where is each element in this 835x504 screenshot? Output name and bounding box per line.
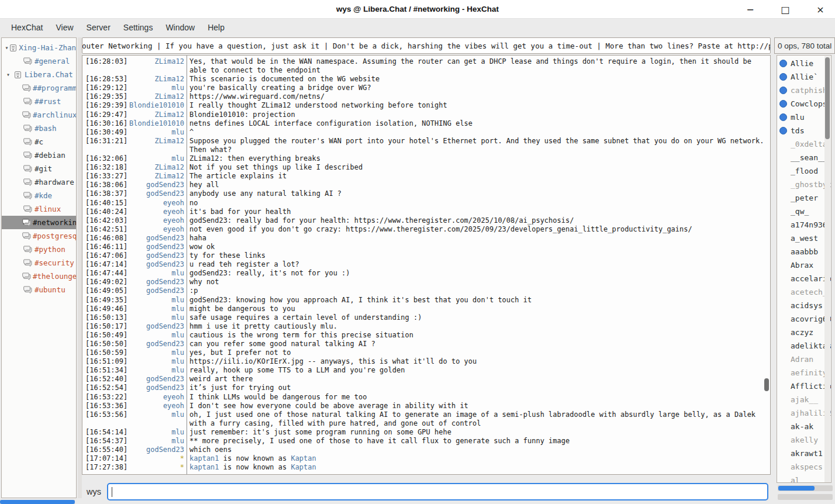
voice-dot-icon bbox=[779, 60, 787, 67]
channel-bubble-icon bbox=[22, 192, 33, 199]
tree-hscroll-thumb[interactable] bbox=[0, 500, 75, 504]
userlist-horizontal-scrollbar[interactable] bbox=[778, 485, 833, 491]
tree-channel-thelounge[interactable]: #thelounge bbox=[2, 270, 76, 283]
nick: ZLima12 bbox=[129, 172, 184, 181]
user-row[interactable]: ajhalili2 bbox=[777, 406, 831, 420]
userlist-scrollbar-thumb[interactable] bbox=[825, 57, 830, 139]
tree-channel-programmi[interactable]: ##programmi bbox=[2, 81, 76, 95]
tree-horizontal-scrollbar[interactable] bbox=[0, 500, 75, 504]
user-name: acetech_ bbox=[791, 288, 827, 296]
user-row[interactable]: Abrax bbox=[777, 258, 831, 272]
timestamp: [16:33:27] bbox=[82, 172, 129, 181]
menu-window[interactable]: Window bbox=[160, 20, 200, 34]
tree-channel-ubuntu[interactable]: #ubuntu bbox=[2, 283, 76, 296]
user-list[interactable]: AllieAllie`catphishCowclops`mlutds_0xdel… bbox=[777, 55, 831, 483]
tree-channel-general[interactable]: #general bbox=[2, 54, 76, 68]
tree-network-row[interactable]: ▾Xing-Hai-Zhan bbox=[2, 41, 76, 54]
expander-chevron-icon[interactable]: ▾ bbox=[4, 44, 9, 51]
tree-channel-hardware[interactable]: #hardware bbox=[2, 175, 76, 189]
timestamp: [16:29:35] bbox=[82, 92, 129, 101]
user-row[interactable]: ak-ak bbox=[777, 420, 831, 433]
user-row[interactable]: aefinity bbox=[777, 366, 831, 379]
tree-channel-networking[interactable]: #networking bbox=[2, 216, 76, 229]
message-text: hmm i use it pretty cautiously mlu. bbox=[186, 322, 770, 331]
user-row[interactable]: tds bbox=[777, 124, 831, 137]
timestamp: [16:40:15] bbox=[82, 199, 129, 208]
userlist-hscroll-thumb[interactable] bbox=[778, 486, 815, 491]
menu-view[interactable]: View bbox=[50, 20, 78, 34]
secondary-horizontal-scrollbar[interactable] bbox=[778, 494, 833, 500]
channel-name: #general bbox=[34, 57, 70, 65]
chat-scrollbar-thumb[interactable] bbox=[764, 378, 769, 391]
minimize-button[interactable]: − bbox=[741, 1, 759, 18]
user-row[interactable]: ajak__ bbox=[777, 393, 831, 406]
user-row[interactable]: a174n936 bbox=[777, 218, 831, 232]
user-row[interactable]: Cowclops` bbox=[777, 97, 831, 111]
maximize-button[interactable]: □ bbox=[777, 1, 794, 18]
user-row[interactable]: akrawt1 bbox=[777, 447, 831, 460]
channel-bubble-icon bbox=[22, 84, 31, 92]
user-row[interactable]: adeliktas bbox=[777, 339, 831, 353]
tree-channel-kde[interactable]: #kde bbox=[2, 189, 76, 202]
user-row[interactable]: Afflictio bbox=[777, 379, 831, 393]
nick: godSend23 bbox=[129, 340, 184, 348]
tree-channel-c[interactable]: #c bbox=[2, 135, 76, 149]
menu-settings[interactable]: Settings bbox=[118, 20, 158, 34]
expander-chevron-icon[interactable]: ▾ bbox=[4, 71, 12, 78]
chat-message-row: [16:50:59]mluyes, but I prefer not to bbox=[82, 348, 770, 357]
user-row[interactable]: Allie` bbox=[777, 70, 831, 84]
nick: godSend23 bbox=[129, 446, 184, 454]
user-row[interactable]: _qw_ bbox=[777, 205, 831, 218]
menu-server[interactable]: Server bbox=[81, 20, 116, 34]
user-row[interactable]: Allie bbox=[777, 57, 831, 70]
tree-network-row[interactable]: ▾Libera.Chat bbox=[2, 68, 76, 81]
message-text: anybody use any natural talking AI ? bbox=[186, 189, 770, 198]
menu-hexchat[interactable]: HexChat bbox=[6, 20, 48, 34]
tree-channel-python[interactable]: #python bbox=[2, 243, 76, 256]
user-row[interactable]: __sean__ bbox=[777, 151, 831, 164]
menu-help[interactable]: Help bbox=[202, 20, 230, 34]
user-row[interactable]: aczyz bbox=[777, 326, 831, 339]
user-row[interactable]: Adran bbox=[777, 353, 831, 366]
chat-area[interactable]: [16:28:03]ZLima12Yes, that would be in t… bbox=[82, 55, 771, 475]
user-row[interactable]: aaabbb bbox=[777, 245, 831, 258]
server-tree[interactable]: ▾Xing-Hai-Zhan#general▾Libera.Chat##prog… bbox=[1, 37, 77, 498]
user-row[interactable]: mlu bbox=[777, 111, 831, 124]
user-row[interactable]: _0xdelta bbox=[777, 137, 831, 151]
message-text: godSend23: knowing how you approach AI, … bbox=[186, 296, 770, 305]
user-row[interactable]: al bbox=[777, 474, 831, 483]
tree-channel-bash[interactable]: #bash bbox=[2, 122, 76, 135]
user-row[interactable]: _peter bbox=[777, 191, 831, 205]
user-name: Adran bbox=[791, 355, 813, 364]
tree-channel-linux[interactable]: #linux bbox=[2, 202, 76, 216]
tree-channel-debian[interactable]: #debian bbox=[2, 149, 76, 162]
user-row[interactable]: akelly bbox=[777, 433, 831, 447]
user-row[interactable]: akspecs bbox=[777, 460, 831, 474]
nick: eyeoh bbox=[129, 199, 184, 208]
tree-scrollbar-track[interactable] bbox=[78, 37, 82, 498]
chat-message-row: [16:50:17]godSend23hmm i use it pretty c… bbox=[82, 322, 770, 331]
chat-message-row: [16:38:37]godSend23anybody use any natur… bbox=[82, 189, 770, 198]
message-text: This scenario is documented on the WG we… bbox=[186, 75, 770, 84]
own-nick-label[interactable]: wys bbox=[82, 487, 107, 496]
close-button[interactable]: × bbox=[812, 1, 829, 18]
user-row[interactable]: acovrig60 bbox=[777, 312, 831, 326]
message-input[interactable] bbox=[107, 483, 768, 500]
tree-channel-archlinux[interactable]: #archlinux bbox=[2, 108, 76, 122]
user-row[interactable]: acidsys bbox=[777, 299, 831, 312]
user-row[interactable]: _ghostbyt bbox=[777, 178, 831, 191]
tree-channel-security[interactable]: #security bbox=[2, 256, 76, 270]
tree-channel-postgresql[interactable]: #postgresql bbox=[2, 229, 76, 243]
topic-bar[interactable]: outer Networking | If you have a questio… bbox=[82, 37, 771, 54]
tree-channel-rust[interactable]: ##rust bbox=[2, 95, 76, 108]
user-row[interactable]: _flood bbox=[777, 164, 831, 178]
channel-name: #hardware bbox=[34, 178, 74, 187]
timestamp: [16:29:47] bbox=[82, 111, 129, 119]
user-row[interactable]: acetech_ bbox=[777, 285, 831, 299]
user-row[interactable]: accelario bbox=[777, 272, 831, 285]
channel-name: #git bbox=[34, 164, 52, 173]
user-row[interactable]: a_west bbox=[777, 232, 831, 245]
tree-channel-git[interactable]: #git bbox=[2, 162, 76, 175]
nick: godSend23 bbox=[129, 278, 184, 286]
user-row[interactable]: catphish bbox=[777, 84, 831, 97]
